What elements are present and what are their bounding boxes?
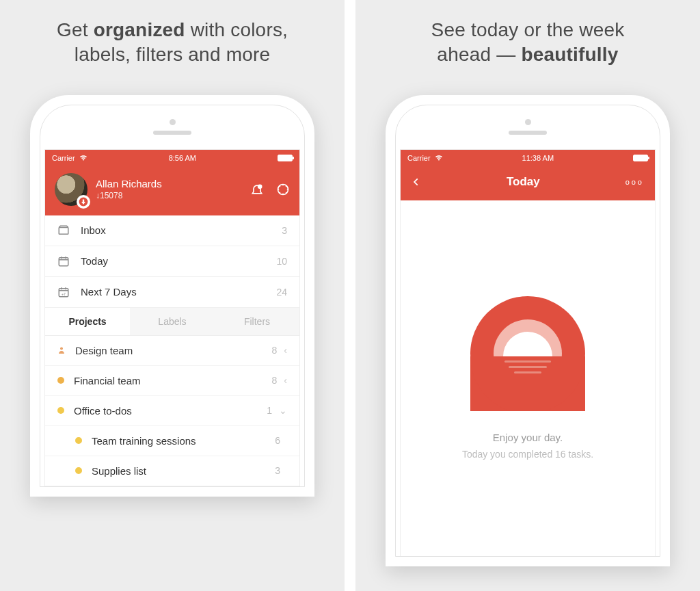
chevron-icon: ‹ — [284, 345, 287, 356]
phone-speaker-icon — [153, 131, 191, 135]
project-label: Team training sessions — [92, 435, 275, 447]
carrier-label: Carrier — [407, 154, 431, 162]
project-label: Design team — [75, 345, 272, 356]
nav-count: 3 — [282, 225, 287, 236]
nav-next7[interactable]: +7 Next 7 Days 24 — [45, 277, 299, 308]
chevron-icon: ⌄ — [279, 405, 287, 416]
clock-label: 8:56 AM — [169, 154, 196, 162]
project-count: 8 — [272, 375, 278, 386]
project-row[interactable]: Team training sessions6 — [45, 426, 299, 456]
nav-today[interactable]: Today 10 — [45, 246, 299, 277]
back-icon[interactable] — [412, 174, 421, 189]
project-label: Office to-dos — [74, 405, 267, 417]
nav-count: 24 — [276, 287, 287, 298]
status-bar: Carrier 11:38 AM — [401, 150, 655, 166]
project-count: 3 — [275, 465, 280, 476]
nav-count: 10 — [276, 256, 287, 267]
phone-hardware-top — [40, 105, 304, 149]
app-header: Allan Richards ↓15078 ! — [45, 166, 299, 215]
battery-icon — [278, 155, 293, 161]
project-label: Financial team — [74, 375, 272, 386]
avatar[interactable] — [55, 173, 88, 206]
notifications-icon[interactable]: ! — [250, 183, 264, 196]
svg-text:+7: +7 — [62, 291, 66, 296]
karma-badge-icon — [77, 195, 90, 209]
svg-rect-14 — [504, 360, 551, 363]
project-row[interactable]: Supplies list3 — [45, 456, 299, 486]
phone-camera-icon — [525, 119, 531, 125]
calendar-today-icon — [57, 255, 70, 267]
project-count: 6 — [275, 435, 280, 446]
tab-projects[interactable]: Projects — [45, 308, 130, 335]
nav-inbox[interactable]: Inbox 3 — [45, 215, 299, 246]
project-color-icon — [75, 467, 82, 474]
project-color-icon — [57, 377, 64, 384]
svg-rect-5 — [59, 258, 68, 266]
empty-msg-title: Enjoy your day. — [493, 432, 563, 443]
headline-left: Get organized with colors, labels, filte… — [57, 18, 288, 68]
phone-mock-right: Carrier 11:38 AM Today ooo — [386, 95, 670, 566]
nav-label: Next 7 Days — [81, 286, 276, 298]
clock-label: 11:38 AM — [522, 154, 554, 162]
svg-text:!: ! — [259, 185, 260, 189]
empty-msg-sub: Today you completed 16 tasks. — [462, 449, 593, 460]
phone-camera-icon — [170, 119, 176, 125]
svg-rect-16 — [514, 371, 541, 373]
carrier-label: Carrier — [52, 154, 75, 162]
tab-filters[interactable]: Filters — [215, 308, 299, 335]
project-count: 8 — [272, 345, 278, 356]
inbox-icon — [57, 224, 70, 237]
nav-label: Inbox — [81, 224, 282, 236]
phone-speaker-icon — [509, 131, 547, 135]
user-score: ↓15078 — [96, 191, 250, 200]
headline-right: See today or the week ahead — beautifull… — [431, 18, 625, 68]
svg-rect-4 — [59, 227, 68, 234]
calendar-week-icon: +7 — [57, 286, 70, 298]
sunset-illustration-icon — [470, 296, 585, 411]
tab-labels[interactable]: Labels — [130, 308, 215, 335]
battery-icon — [633, 155, 648, 161]
phone-mock-left: Carrier 8:56 AM — [30, 95, 314, 497]
settings-icon[interactable] — [276, 183, 290, 196]
nav-label: Today — [81, 255, 276, 267]
project-count: 1 — [267, 405, 272, 416]
wifi-icon — [79, 154, 88, 162]
project-row[interactable]: Financial team8‹ — [45, 366, 299, 396]
project-color-icon — [57, 407, 64, 414]
svg-point-8 — [60, 347, 63, 350]
phone-hardware-top — [396, 105, 660, 149]
project-label: Supplies list — [92, 465, 275, 477]
wifi-icon — [435, 154, 443, 162]
segment-tabs: Projects Labels Filters — [45, 308, 299, 336]
chevron-icon: ‹ — [284, 375, 287, 386]
more-icon[interactable]: ooo — [625, 178, 644, 186]
project-row[interactable]: Office to-dos1⌄ — [45, 396, 299, 426]
svg-rect-15 — [509, 366, 547, 368]
project-row[interactable]: Design team8‹ — [45, 336, 299, 366]
person-icon — [57, 345, 66, 355]
status-bar: Carrier 8:56 AM — [45, 150, 299, 166]
page-title: Today — [507, 175, 540, 189]
project-color-icon — [75, 437, 82, 444]
today-header: Today ooo — [401, 166, 655, 200]
user-name: Allan Richards — [96, 178, 250, 189]
